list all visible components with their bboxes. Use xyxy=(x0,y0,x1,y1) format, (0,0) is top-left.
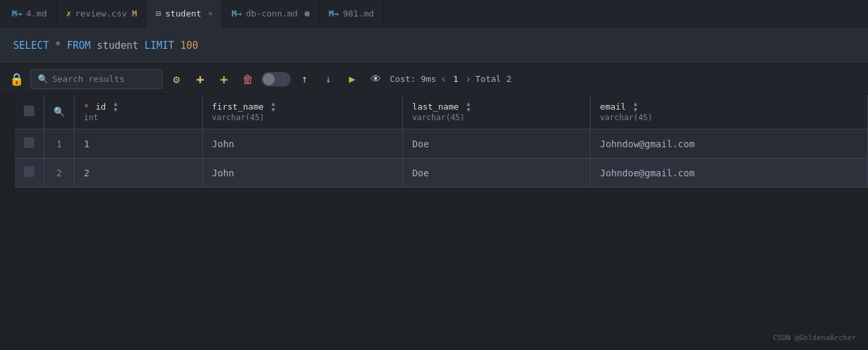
th-email[interactable]: email ▲▼ varchar(45) xyxy=(591,94,868,129)
cell-lastname: Doe xyxy=(403,158,591,188)
data-table: 🔍 * id ▲▼ int first_name ▲▼ varchar(45) xyxy=(15,94,868,188)
table-header-row: 🔍 * id ▲▼ int first_name ▲▼ varchar(45) xyxy=(15,94,868,129)
col-firstname-type: varchar(45) xyxy=(212,113,393,122)
query-area: SELECT * FROM student LIMIT 100 xyxy=(0,28,868,64)
sort-arrows-email[interactable]: ▲▼ xyxy=(633,101,637,113)
query-star: * xyxy=(55,40,67,52)
search-box[interactable]: 🔍 Search results xyxy=(30,69,163,89)
toggle-switch[interactable] xyxy=(262,72,291,87)
cell-lastname: Doe xyxy=(403,129,591,158)
col-email-type: varchar(45) xyxy=(600,113,858,122)
col-id-name: id xyxy=(96,102,106,112)
table-body: 1 1 John Doe Johndow@gmail.com 2 2 John … xyxy=(15,129,868,188)
col-email-name: email xyxy=(600,102,626,112)
sort-arrows-firstname[interactable]: ▲▼ xyxy=(271,101,275,113)
col-lastname-type: varchar(45) xyxy=(412,113,581,122)
next-page-button[interactable]: › xyxy=(465,73,472,85)
col-id-type: int xyxy=(84,113,193,122)
search-icon: 🔍 xyxy=(38,74,48,84)
tab-981md-label: 981.md xyxy=(343,9,374,18)
toolbar: 🔒 🔍 Search results ⚙ + + 🗑 ↑ ↓ ▶ 👁 Cost:… xyxy=(0,64,868,94)
row-number: 1 xyxy=(44,129,75,158)
tab-4md-label: 4.md xyxy=(26,9,47,18)
tab-dot-badge xyxy=(305,11,310,17)
tab-md-icon: M→ xyxy=(12,9,22,18)
checkbox-square xyxy=(24,137,34,148)
tab-bar: M→ 4.md ✗ review.csv M ⊟ student ✕ M→ db… xyxy=(0,0,868,28)
table-row[interactable]: 1 1 John Doe Johndow@gmail.com xyxy=(15,129,868,158)
th-checkbox xyxy=(15,94,44,129)
current-page: 1 xyxy=(451,74,461,84)
content-row: 🔍 * id ▲▼ int first_name ▲▼ varchar(45) xyxy=(0,94,868,188)
query-text: SELECT * FROM student LIMIT 100 xyxy=(13,40,198,52)
tab-modified-badge: M xyxy=(132,9,137,18)
left-panel xyxy=(0,94,15,188)
row-checkbox[interactable] xyxy=(15,129,44,158)
add-column-button[interactable]: + xyxy=(190,69,210,89)
kw-limit: LIMIT xyxy=(145,40,174,52)
main-content: SELECT * FROM student LIMIT 100 🔒 🔍 Sear… xyxy=(0,28,868,188)
sort-arrows-id[interactable]: ▲▼ xyxy=(114,101,117,113)
gear-icon[interactable]: ⚙ xyxy=(166,69,186,89)
tab-md-icon-2: M→ xyxy=(232,9,242,18)
search-results-label: Search results xyxy=(52,74,125,84)
prev-page-button[interactable]: ‹ xyxy=(440,73,447,85)
table-container: 🔍 * id ▲▼ int first_name ▲▼ varchar(45) xyxy=(15,94,868,188)
cell-id: 1 xyxy=(75,129,203,158)
table-row[interactable]: 2 2 John Doe Johndoe@gmail.com xyxy=(15,158,868,188)
checkbox-square xyxy=(24,166,34,177)
lock-icon[interactable]: 🔒 xyxy=(7,69,26,89)
tab-dbconn[interactable]: M→ db-conn.md xyxy=(223,0,320,28)
delete-button[interactable]: 🗑 xyxy=(238,69,258,89)
tab-981md[interactable]: M→ 981.md xyxy=(320,0,384,28)
eye-icon[interactable]: 👁 xyxy=(366,69,386,89)
th-id[interactable]: * id ▲▼ int xyxy=(75,94,203,129)
tab-table-icon: ⊟ xyxy=(156,9,161,18)
arrow-up-icon[interactable]: ↑ xyxy=(295,69,314,89)
cell-firstname: John xyxy=(202,129,402,158)
tab-4md[interactable]: M→ 4.md xyxy=(3,0,57,28)
tab-student-label: student xyxy=(165,9,201,18)
tab-md-icon-3: M→ xyxy=(329,9,340,18)
total-label: Total 2 xyxy=(476,74,512,84)
row-number: 2 xyxy=(44,158,75,188)
query-limit-val: 100 xyxy=(180,40,198,52)
col-firstname-name: first_name xyxy=(212,102,264,112)
arrow-down-icon[interactable]: ↓ xyxy=(318,69,338,89)
pk-asterisk: * xyxy=(84,102,89,112)
tab-student[interactable]: ⊟ student ✕ xyxy=(147,0,222,28)
kw-select: SELECT xyxy=(13,40,49,52)
th-search: 🔍 xyxy=(44,94,75,129)
th-first-name[interactable]: first_name ▲▼ varchar(45) xyxy=(202,94,402,129)
col-lastname-name: last_name xyxy=(412,102,458,112)
column-search-icon: 🔍 xyxy=(54,106,65,117)
tab-close-button[interactable]: ✕ xyxy=(208,9,213,18)
tab-review[interactable]: ✗ review.csv M xyxy=(57,0,147,28)
th-last-name[interactable]: last_name ▲▼ varchar(45) xyxy=(403,94,591,129)
row-checkbox[interactable] xyxy=(15,158,44,188)
cell-email: Johndow@gmail.com xyxy=(591,129,868,158)
cell-firstname: John xyxy=(202,158,402,188)
sort-arrows-lastname[interactable]: ▲▼ xyxy=(466,101,470,113)
watermark: CSDN @GoldenaArcher xyxy=(773,333,856,342)
cell-id: 2 xyxy=(75,158,203,188)
cell-email: Johndoe@gmail.com xyxy=(591,158,868,188)
tab-csv-icon: ✗ xyxy=(66,9,71,18)
tab-dbconn-label: db-conn.md xyxy=(246,9,297,18)
add-row-button[interactable]: + xyxy=(214,69,234,89)
query-table: student xyxy=(96,40,144,52)
cost-label: Cost: 9ms xyxy=(390,74,436,84)
tab-review-label: review.csv xyxy=(75,9,127,18)
kw-from: FROM xyxy=(67,40,90,52)
play-icon[interactable]: ▶ xyxy=(342,69,362,89)
